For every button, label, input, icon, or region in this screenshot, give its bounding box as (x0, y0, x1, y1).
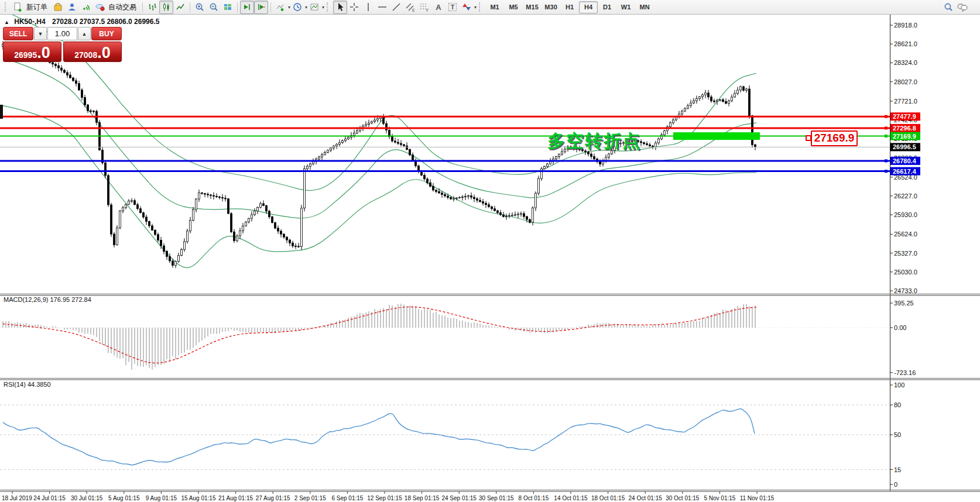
new-order-label[interactable]: 新订单 (26, 2, 47, 12)
clock-icon (292, 2, 303, 12)
signals-button[interactable] (79, 1, 93, 14)
left-edge-marker (0, 105, 3, 119)
crosshair-icon (349, 2, 359, 12)
rsi-header: RSI(14) 44.3850 (4, 381, 51, 388)
zoom-out-button[interactable] (207, 1, 221, 14)
svg-text:18 Jul 2019: 18 Jul 2019 (2, 495, 32, 501)
metatrader-window: 新订单 自动交易 (0, 0, 980, 502)
fibonacci-icon: F (419, 2, 430, 12)
text-label-tool-button[interactable]: T (446, 1, 460, 14)
vertical-line-icon (363, 2, 374, 12)
tf-m5-button[interactable]: M5 (504, 1, 523, 13)
indicators-icon (275, 2, 286, 12)
trendline-tool-button[interactable] (389, 1, 403, 14)
svg-text:27 Aug 01:15: 27 Aug 01:15 (256, 495, 290, 501)
bar-chart-icon (147, 2, 157, 12)
cursor-tool-button[interactable] (333, 1, 347, 14)
new-order-button[interactable] (11, 1, 25, 14)
line-chart-button[interactable] (173, 1, 187, 14)
svg-text:100: 100 (894, 381, 904, 388)
tf-w1-button[interactable]: W1 (616, 1, 635, 13)
autotrade-button[interactable] (93, 1, 107, 14)
indicators-button[interactable] (273, 1, 287, 14)
chart-title: ▲ HK50-,H4 27028.0 27037.5 26806.0 26996… (4, 18, 159, 26)
toolbar-grip[interactable] (5, 2, 9, 12)
arrows-icon (461, 2, 472, 12)
svg-text:0: 0 (894, 481, 897, 488)
buy-price-panel[interactable]: 27008.0 (63, 42, 122, 62)
bar-chart-button[interactable] (145, 1, 159, 14)
sell-price-decimal: .0 (37, 44, 50, 61)
templates-button[interactable] (307, 1, 321, 14)
chart-canvas[interactable]: 28918.028621.028324.028027.027721.027424… (0, 0, 980, 502)
svg-text:0.00: 0.00 (894, 324, 906, 331)
price-line-label[interactable]: 27169.9 (811, 130, 858, 146)
autotrade-label[interactable]: 自动交易 (108, 2, 136, 12)
svg-text:24733.0: 24733.0 (894, 287, 917, 294)
zoom-in-icon (194, 2, 205, 12)
svg-text:5 Aug 01:15: 5 Aug 01:15 (108, 495, 140, 501)
chart-annotation-text[interactable]: 多空转折点 (547, 129, 641, 153)
sell-price-panel[interactable]: 26995.0 (3, 42, 61, 62)
profile-button[interactable] (65, 1, 79, 14)
tf-h1-button[interactable]: H1 (560, 1, 579, 13)
equidistant-channel-tool-button[interactable]: E (403, 1, 417, 14)
svg-text:28918.0: 28918.0 (894, 22, 917, 29)
text-tool-button[interactable]: A (431, 1, 446, 14)
market-icon (53, 2, 63, 12)
community-button[interactable] (955, 1, 969, 14)
candlestick-chart-button[interactable] (159, 1, 173, 14)
arrows-dropdown-caret[interactable]: ▾ (474, 5, 477, 10)
vertical-line-tool-button[interactable] (361, 1, 375, 14)
tf-d1-button[interactable]: D1 (598, 1, 616, 13)
panel-collapse-arrow[interactable]: ▲ (4, 19, 9, 25)
search-button[interactable] (941, 1, 955, 14)
tf-mn-button[interactable]: MN (635, 1, 654, 13)
candlestick-chart-icon (161, 2, 172, 12)
toolbar-grip[interactable] (327, 2, 331, 12)
svg-text:26996.5: 26996.5 (893, 143, 916, 150)
chart-shift-button[interactable] (254, 1, 268, 14)
crosshair-tool-button[interactable] (347, 1, 361, 14)
tile-windows-button[interactable] (221, 1, 235, 14)
tf-h4-button[interactable]: H4 (579, 1, 598, 13)
tile-windows-icon (222, 2, 233, 12)
one-click-trade-panel: SELL ▼ 1.00 ▲ BUY 26995.0 27008.0 (3, 27, 122, 62)
svg-text:E: E (412, 8, 415, 12)
tf-m30-button[interactable]: M30 (542, 1, 560, 13)
svg-text:25624.0: 25624.0 (894, 231, 917, 238)
svg-text:80: 80 (894, 401, 901, 408)
svg-text:28324.0: 28324.0 (894, 59, 917, 66)
svg-text:9 Aug 01:15: 9 Aug 01:15 (146, 495, 177, 501)
svg-text:50: 50 (894, 431, 901, 438)
arrows-tool-button[interactable] (460, 1, 474, 14)
periods-button[interactable] (290, 1, 304, 14)
buy-button[interactable]: BUY (91, 27, 122, 40)
svg-text:30 Jul 01:15: 30 Jul 01:15 (71, 495, 103, 501)
svg-text:24 Jul 01:15: 24 Jul 01:15 (33, 495, 66, 501)
market-button[interactable] (51, 1, 65, 14)
price-line-anchor-handle[interactable] (806, 135, 811, 141)
tf-m1-button[interactable]: M1 (485, 1, 504, 13)
volume-increase-button[interactable]: ▲ (78, 27, 91, 40)
chart-symbol: HK50-,H4 (14, 18, 45, 26)
cursor-icon (335, 2, 345, 12)
volume-input[interactable]: 1.00 (47, 27, 77, 40)
templates-dropdown-caret[interactable]: ▾ (322, 5, 324, 10)
zoom-in-button[interactable] (193, 1, 207, 14)
templates-icon (309, 2, 320, 12)
macd-header: MACD(12,26,9) 176.95 272.84 (4, 296, 91, 303)
svg-text:18 Sep 01:15: 18 Sep 01:15 (405, 495, 440, 501)
auto-scroll-button[interactable] (240, 1, 254, 14)
horizontal-line-tool-button[interactable] (375, 1, 389, 14)
volume-decrease-button[interactable]: ▼ (34, 27, 47, 40)
svg-text:26227.0: 26227.0 (894, 192, 917, 200)
fibonacci-tool-button[interactable]: F (417, 1, 431, 14)
svg-text:26780.4: 26780.4 (893, 157, 917, 164)
sell-button[interactable]: SELL (3, 27, 33, 40)
svg-text:27296.8: 27296.8 (893, 125, 916, 132)
toolbar-grip[interactable] (479, 2, 483, 12)
tf-m15-button[interactable]: M15 (523, 1, 542, 13)
auto-scroll-icon (242, 2, 252, 12)
line-chart-icon (175, 2, 186, 12)
